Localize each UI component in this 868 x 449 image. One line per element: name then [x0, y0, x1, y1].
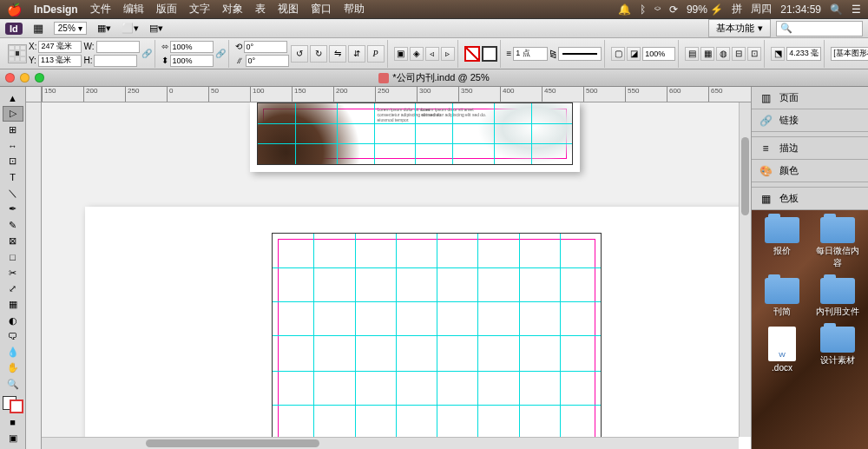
text-wrap-bounding-icon[interactable]: ▦: [700, 47, 714, 61]
menu-edit[interactable]: 编辑: [123, 2, 144, 17]
corner-options-icon[interactable]: ⬔: [771, 47, 785, 61]
desktop-folder[interactable]: 内刊用文件: [814, 278, 861, 318]
workspace-switcher[interactable]: 基本功能 ▾: [708, 19, 771, 37]
note-tool-icon[interactable]: 🗨: [3, 329, 23, 344]
free-transform-tool-icon[interactable]: ⤢: [3, 281, 23, 296]
desktop-folder[interactable]: 设计素材: [814, 327, 861, 373]
window-minimize-icon[interactable]: [20, 73, 30, 83]
text-wrap-jump-icon[interactable]: ⊟: [732, 47, 746, 61]
direct-selection-tool-icon[interactable]: ▷: [3, 106, 23, 121]
desktop-folder[interactable]: 刊简: [759, 278, 806, 318]
p-icon[interactable]: P: [367, 45, 385, 63]
rotate-cw-icon[interactable]: ↻: [310, 45, 327, 63]
gap-tool-icon[interactable]: ↔: [3, 138, 23, 153]
select-prev-icon[interactable]: ◃: [425, 47, 439, 61]
desktop-folder[interactable]: 报价: [759, 217, 806, 269]
effects-icon[interactable]: ▢: [611, 47, 625, 61]
panel-pages[interactable]: ▥ 页面: [752, 87, 868, 109]
menu-file[interactable]: 文件: [90, 2, 111, 17]
page-spread-2[interactable]: [85, 207, 739, 437]
bridge-icon[interactable]: ▦: [33, 22, 43, 35]
panel-links[interactable]: 🔗 链接: [752, 109, 868, 132]
pen-tool-icon[interactable]: ✒: [3, 201, 23, 216]
view-options-icon[interactable]: ▦▾: [97, 23, 111, 34]
ruler-origin[interactable]: [26, 87, 42, 102]
menu-view[interactable]: 视图: [278, 2, 299, 17]
ime-indicator[interactable]: 拼: [732, 2, 742, 17]
menu-extras-icon[interactable]: ☰: [852, 3, 861, 16]
type-tool-icon[interactable]: T: [3, 170, 23, 185]
stroke-swatch[interactable]: [482, 46, 497, 62]
rectangle-tool-icon[interactable]: □: [3, 249, 23, 264]
menu-layout[interactable]: 版面: [156, 2, 177, 17]
drop-shadow-icon[interactable]: ◪: [627, 47, 641, 61]
anchor-proxy-icon[interactable]: [8, 44, 27, 63]
text-wrap-none-icon[interactable]: ▤: [685, 47, 699, 61]
vertical-scrollbar[interactable]: [739, 102, 751, 437]
w-input[interactable]: [96, 41, 140, 53]
page-tool-icon[interactable]: ⊞: [3, 122, 23, 137]
spotlight-icon[interactable]: 🔍: [830, 3, 843, 16]
view-mode-icon[interactable]: ▣: [3, 431, 23, 446]
window-zoom-icon[interactable]: [35, 73, 44, 83]
horizontal-ruler[interactable]: 150 200 250 0 50 100 150 200 250 300 350…: [42, 87, 751, 102]
window-close-icon[interactable]: [5, 73, 15, 83]
fill-none-swatch[interactable]: [464, 46, 480, 62]
screen-mode-icon[interactable]: ⬜▾: [122, 23, 139, 34]
vertical-ruler[interactable]: [26, 102, 42, 449]
menu-table[interactable]: 表: [255, 2, 266, 17]
rotate-ccw-icon[interactable]: ↺: [291, 45, 308, 63]
wifi-icon[interactable]: ⌔: [654, 3, 661, 16]
menu-window[interactable]: 窗口: [311, 2, 332, 17]
notification-center-icon[interactable]: 🔔: [618, 3, 631, 16]
x-input[interactable]: [38, 41, 82, 53]
scissors-tool-icon[interactable]: ✂: [3, 265, 23, 280]
page-spread-1[interactable]: Lorem ipsum dolor sit amet consectetur a…: [250, 102, 580, 172]
pencil-tool-icon[interactable]: ✎: [3, 218, 23, 233]
apply-color-icon[interactable]: ■: [3, 414, 23, 429]
opacity-input[interactable]: [642, 47, 675, 61]
help-search[interactable]: 🔍: [776, 21, 863, 36]
panel-color[interactable]: 🎨 颜色: [752, 160, 868, 182]
text-wrap-jump2-icon[interactable]: ⊡: [747, 47, 761, 61]
text-wrap-shape-icon[interactable]: ◍: [716, 47, 730, 61]
hand-tool-icon[interactable]: ✋: [3, 360, 23, 375]
time-machine-icon[interactable]: ⟳: [669, 3, 678, 16]
menu-type[interactable]: 文字: [189, 2, 210, 17]
content-collector-icon[interactable]: ⊡: [3, 154, 23, 168]
select-container-icon[interactable]: ▣: [394, 47, 408, 61]
zoom-tool-icon[interactable]: 🔍: [3, 377, 23, 392]
select-next-icon[interactable]: ▹: [441, 47, 455, 61]
rectangle-frame-tool-icon[interactable]: ⊠: [3, 234, 23, 248]
desktop-folder[interactable]: 每日微信内容: [814, 217, 861, 269]
app-menu[interactable]: InDesign: [34, 3, 78, 16]
selection-tool-icon[interactable]: ▲: [3, 90, 23, 105]
scale-y-input[interactable]: [170, 55, 214, 67]
battery-indicator[interactable]: 99% ⚡: [687, 3, 723, 16]
stroke-weight-input[interactable]: [513, 47, 548, 61]
gradient-swatch-tool-icon[interactable]: ▦: [3, 297, 23, 312]
arrange-docs-icon[interactable]: ▤▾: [149, 23, 163, 34]
gradient-feather-tool-icon[interactable]: ◐: [3, 313, 23, 327]
eyedropper-tool-icon[interactable]: 💧: [3, 345, 23, 360]
bluetooth-icon[interactable]: ᛒ: [640, 3, 646, 16]
stroke-weight-stepper[interactable]: ⧎: [549, 49, 556, 58]
clock[interactable]: 21:34:59: [780, 3, 821, 16]
scale-x-input[interactable]: [170, 41, 214, 53]
document-canvas[interactable]: 150 200 250 0 50 100 150 200 250 300 350…: [26, 87, 751, 449]
shear-input[interactable]: [246, 55, 289, 67]
h-input[interactable]: [94, 55, 137, 67]
constrain-wh-icon[interactable]: 🔗: [141, 49, 152, 58]
stroke-style-dropdown[interactable]: [558, 47, 602, 61]
corner-radius-input[interactable]: [786, 47, 821, 61]
menu-object[interactable]: 对象: [222, 2, 243, 17]
select-content-icon[interactable]: ◈: [410, 47, 424, 61]
panel-stroke[interactable]: ≡ 描边: [752, 137, 868, 160]
horizontal-scrollbar[interactable]: [42, 437, 739, 449]
menu-help[interactable]: 帮助: [344, 2, 365, 17]
panel-swatches[interactable]: ▦ 色板: [752, 188, 868, 210]
line-tool-icon[interactable]: ＼: [3, 186, 23, 201]
flip-h-icon[interactable]: ⇋: [329, 45, 346, 63]
desktop-file[interactable]: W .docx: [759, 327, 806, 373]
fill-stroke-picker[interactable]: [3, 396, 23, 413]
